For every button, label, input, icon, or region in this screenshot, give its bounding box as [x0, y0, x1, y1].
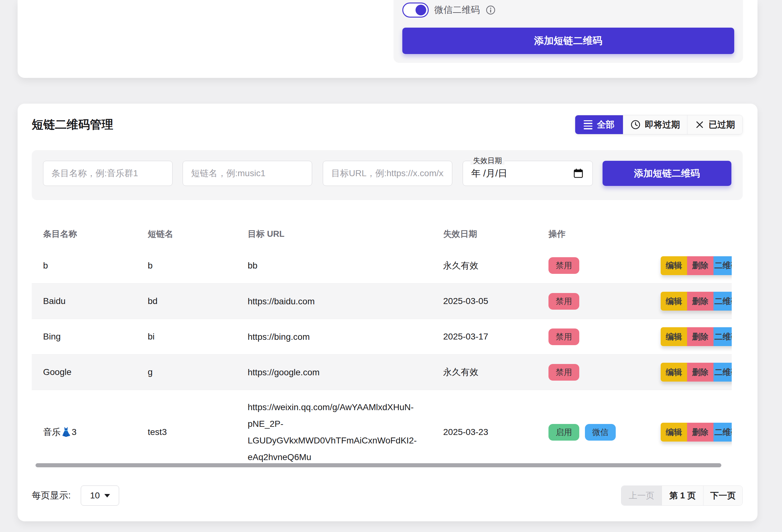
target-url-line: bb — [248, 257, 430, 274]
prev-page-button[interactable]: 上一页 — [621, 486, 662, 505]
target-url-line: https://google.com — [248, 364, 430, 381]
action-button-group: 编辑删除二维码 — [661, 327, 732, 346]
delete-button[interactable]: 删除 — [687, 363, 713, 382]
target-url-line: https://baidu.com — [248, 293, 430, 310]
cell-expiry-date: 永久有效 — [443, 366, 548, 378]
target-url-line: https://bing.com — [248, 329, 430, 345]
edit-button[interactable]: 编辑 — [661, 292, 687, 311]
list-icon — [584, 120, 593, 129]
target-url-input[interactable] — [323, 161, 452, 186]
cell-target-url: https://baidu.com — [248, 284, 436, 318]
status-badge: 禁用 — [548, 293, 579, 310]
action-button-group: 编辑删除二维码 — [661, 423, 732, 442]
cell-actions: 编辑删除二维码 — [661, 423, 732, 442]
cell-short-link: b — [148, 261, 248, 271]
qr-code-button[interactable]: 二维码 — [713, 256, 732, 275]
target-url-line: pNE_2P- — [248, 416, 430, 432]
cell-expiry-date: 2025-03-05 — [443, 296, 548, 306]
filter-tab-group: 全部 即将过期 已过期 — [575, 115, 743, 135]
table-body: b b bb 永久有效 禁用 编辑删除二维码 Baidu bd https://… — [32, 248, 732, 474]
per-page-value: 10 — [90, 491, 100, 501]
tab-all[interactable]: 全部 — [575, 115, 623, 134]
edit-button[interactable]: 编辑 — [661, 423, 687, 442]
cell-actions: 编辑删除二维码 — [661, 327, 732, 346]
add-short-link-qr-button[interactable]: 添加短链二维码 — [603, 161, 732, 186]
table-row: Google g https://google.com 永久有效 禁用 编辑删除… — [32, 354, 732, 390]
cell-short-link: g — [148, 367, 248, 377]
cell-status-badges: 禁用 — [548, 329, 661, 345]
x-icon — [695, 120, 704, 129]
cell-expiry-date: 2025-03-23 — [443, 427, 548, 437]
horizontal-scrollbar-thumb[interactable] — [36, 463, 721, 467]
edit-button[interactable]: 编辑 — [661, 327, 687, 346]
current-page-indicator: 第 1 页 — [662, 486, 703, 505]
status-badge: 禁用 — [548, 329, 579, 345]
qr-code-button[interactable]: 二维码 — [713, 423, 732, 442]
col-header-actions: 操作 — [548, 228, 661, 240]
cell-entry-name: Baidu — [43, 296, 148, 306]
tab-expired-label: 已过期 — [709, 119, 735, 130]
action-button-group: 编辑删除二维码 — [661, 363, 732, 382]
cell-expiry-date: 2025-03-17 — [443, 332, 548, 342]
toggle-knob — [416, 5, 426, 15]
cell-expiry-date: 永久有效 — [443, 260, 548, 272]
per-page-select[interactable]: 10 — [81, 486, 119, 506]
wechat-qr-toggle[interactable] — [402, 2, 429, 17]
cell-entry-name: 音乐👗3 — [43, 426, 148, 438]
expiry-date-input[interactable]: 失效日期 年 /月/日 — [463, 161, 593, 186]
cell-target-url: https://google.com — [248, 355, 436, 389]
col-header-expiry: 失效日期 — [443, 228, 548, 240]
per-page-control: 每页显示: 10 — [32, 486, 119, 506]
edit-button[interactable]: 编辑 — [661, 256, 687, 275]
wechat-qr-toggle-label: 微信二维码 — [434, 4, 480, 16]
action-button-group: 编辑删除二维码 — [661, 256, 732, 275]
add-short-link-qr-button-top[interactable]: 添加短链二维码 — [402, 28, 734, 54]
next-page-button[interactable]: 下一页 — [703, 486, 742, 505]
edit-button[interactable]: 编辑 — [661, 363, 687, 382]
col-header-short-link: 短链名 — [148, 228, 248, 240]
cell-entry-name: b — [43, 261, 148, 271]
cell-actions: 编辑删除二维码 — [661, 256, 732, 275]
delete-button[interactable]: 删除 — [687, 256, 713, 275]
pagination-group: 上一页 第 1 页 下一页 — [621, 486, 743, 506]
expiry-date-value: 年 /月/日 — [471, 167, 572, 180]
cell-short-link: bi — [148, 332, 248, 342]
cell-status-badges: 禁用 — [548, 257, 661, 274]
page-title: 短链二维码管理 — [32, 117, 113, 132]
expiry-date-label: 失效日期 — [470, 156, 504, 165]
table-header-row: 条目名称 短链名 目标 URL 失效日期 操作 — [32, 220, 732, 248]
table-row: Baidu bd https://baidu.com 2025-03-05 禁用… — [32, 283, 732, 319]
qr-table: 条目名称 短链名 目标 URL 失效日期 操作 b b bb 永久有效 禁用 编… — [32, 220, 732, 474]
info-icon[interactable] — [486, 5, 496, 15]
qr-code-button[interactable]: 二维码 — [713, 327, 732, 346]
cell-target-url: bb — [248, 249, 436, 282]
tab-expiring-label: 即将过期 — [645, 119, 680, 130]
status-badge: 启用 — [548, 424, 579, 441]
cell-short-link: bd — [148, 296, 248, 306]
tab-expired[interactable]: 已过期 — [687, 115, 742, 134]
tab-expiring-soon[interactable]: 即将过期 — [623, 115, 687, 134]
delete-button[interactable]: 删除 — [687, 327, 713, 346]
qr-code-button[interactable]: 二维码 — [713, 363, 732, 382]
cell-entry-name: Google — [43, 367, 148, 377]
target-url-line: https://weixin.qq.com/g/AwYAAMlxdXHuN- — [248, 399, 430, 416]
wechat-qr-panel: 微信二维码 添加短链二维码 — [393, 0, 743, 63]
short-link-input[interactable] — [183, 161, 312, 186]
delete-button[interactable]: 删除 — [687, 423, 713, 442]
col-header-target-url: 目标 URL — [248, 228, 443, 240]
col-header-entry-name: 条目名称 — [43, 228, 148, 240]
table-row: b b bb 永久有效 禁用 编辑删除二维码 — [32, 248, 732, 283]
qr-code-button[interactable]: 二维码 — [713, 292, 732, 311]
action-button-group: 编辑删除二维码 — [661, 292, 732, 311]
cell-status-badges: 禁用 — [548, 364, 661, 381]
status-badge: 微信 — [585, 424, 616, 441]
entry-name-input[interactable] — [43, 161, 173, 186]
status-badge: 禁用 — [548, 364, 579, 381]
clock-icon — [631, 120, 641, 130]
chevron-down-icon — [104, 494, 110, 497]
cell-target-url: https://bing.com — [248, 320, 436, 354]
delete-button[interactable]: 删除 — [687, 292, 713, 311]
cell-target-url: https://weixin.qq.com/g/AwYAAMlxdXHuN-pN… — [248, 390, 436, 474]
calendar-icon[interactable] — [572, 167, 584, 179]
target-url-line: LGUDyGVkxMWD0VhTFmAiCxnWoFdKI2- — [248, 432, 430, 449]
